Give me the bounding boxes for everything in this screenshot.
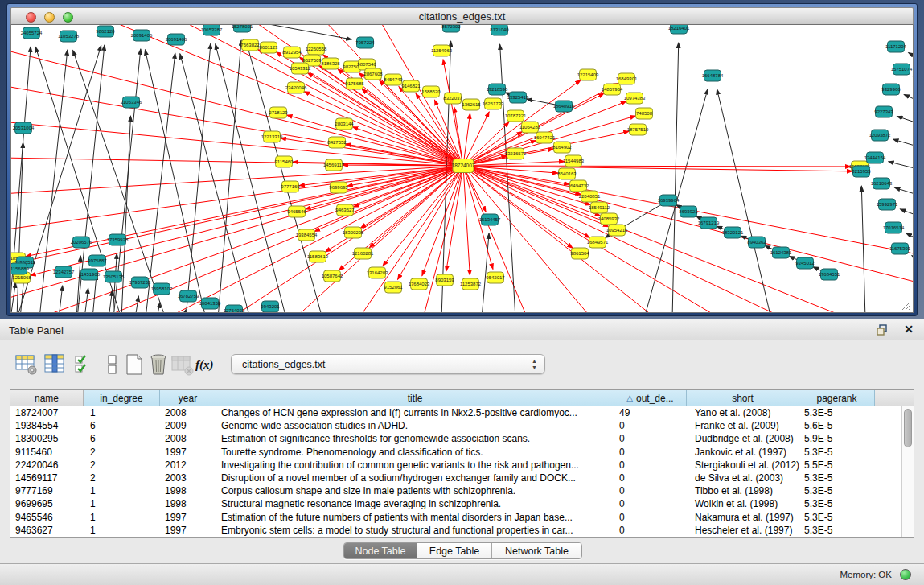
graph-node[interactable]: 9861504 (570, 248, 589, 259)
graph-node[interactable]: 15134457 (479, 214, 501, 225)
graph-node[interactable]: 8131040 (490, 25, 509, 35)
graph-node[interactable]: 16849301 (616, 73, 638, 84)
graph-node[interactable]: 2718129 (269, 107, 288, 118)
graph-node[interactable]: 9245012 (795, 257, 815, 269)
network-window-titlebar[interactable]: citations_edges.txt (10, 7, 914, 25)
graph-node[interactable]: 16791219 (698, 217, 720, 229)
graph-node[interactable]: 9329966 (881, 84, 901, 95)
table-row[interactable]: 969969511998Structural magnetic resonanc… (10, 497, 914, 510)
graph-node[interactable]: 9115460 (275, 156, 294, 167)
graph-node[interactable]: 12213319 (261, 131, 283, 142)
graph-node[interactable]: 16494732 (568, 180, 589, 192)
graph-node[interactable]: 11053278 (58, 31, 80, 42)
graph-node[interactable]: 18549112 (589, 202, 610, 213)
graph-node[interactable]: 12764023 (224, 305, 245, 313)
graph-node[interactable]: 14857964 (602, 84, 623, 95)
graph-node[interactable]: 9943201 (261, 301, 280, 312)
graph-node[interactable]: 10041350 (199, 298, 221, 309)
graph-node[interactable]: 13164203 (367, 267, 388, 278)
tab-edge-table[interactable]: Edge Table (417, 543, 492, 558)
graph-node[interactable]: 12342757 (53, 266, 75, 278)
graph-node[interactable]: 22040851 (579, 191, 601, 202)
column-header-year[interactable]: year (160, 390, 216, 406)
graph-node[interactable]: 12160281 (352, 248, 374, 259)
column-header-name[interactable]: name (10, 390, 84, 406)
graph-node[interactable]: 8903159 (435, 274, 454, 286)
graph-node[interactable]: 17684023 (409, 278, 430, 290)
graph-node[interactable]: 8572302 (441, 25, 461, 32)
graph-node[interactable]: 10653287 (201, 25, 223, 35)
graph-node[interactable]: 13325419 (507, 92, 529, 103)
graph-node[interactable]: 17016514 (883, 222, 905, 233)
graph-node[interactable]: 7663822 (240, 39, 260, 51)
graph-node[interactable]: 8912954 (282, 47, 302, 58)
graph-node[interactable]: 9862120 (96, 26, 115, 37)
graph-node[interactable]: 11253872 (460, 278, 482, 290)
graph-node[interactable]: 9699695 (329, 182, 348, 193)
graph-node[interactable]: 12093872 (869, 130, 891, 141)
graph-node[interactable]: 9146821 (401, 80, 421, 92)
graph-node[interactable]: 10543312 (290, 63, 311, 74)
graph-node[interactable]: 16047421 (534, 132, 556, 143)
graph-node[interactable]: 8427552 (327, 137, 347, 148)
column-header-in_degree[interactable]: in_degree (84, 390, 160, 406)
graph-node[interactable]: 1588520 (421, 86, 441, 97)
graph-node[interactable]: 11451906 (79, 269, 101, 280)
table-row[interactable]: 977716911998Corpus callosum shape and si… (10, 484, 914, 497)
graph-node[interactable]: 18724007 (452, 159, 475, 173)
tab-node-table[interactable]: Node Table (344, 543, 417, 558)
graph-node[interactable]: 18300295 (343, 227, 364, 238)
column-header-title[interactable]: title (216, 390, 614, 406)
new-column-icon[interactable] (122, 352, 146, 378)
graph-node[interactable]: 9175685 (345, 78, 364, 89)
delete-column-icon[interactable] (146, 352, 170, 378)
graph-node[interactable]: 10587642 (322, 270, 343, 282)
network-graph[interactable]: 1872400786011238912954122605589627509105… (11, 25, 914, 313)
graph-node[interactable]: 17684551 (819, 269, 840, 280)
scrollbar-thumb[interactable] (904, 409, 912, 447)
graph-node[interactable]: 16782759 (178, 290, 199, 302)
graph-node[interactable]: 13505135 (103, 271, 125, 282)
graph-node[interactable]: 8940362 (747, 237, 766, 248)
graph-node[interactable]: 20691406 (166, 34, 187, 45)
graph-node[interactable]: 17957253 (129, 277, 151, 288)
graph-node[interactable]: 12215409 (577, 69, 599, 80)
graph-node[interactable]: 14569117 (323, 159, 345, 171)
graph-node[interactable]: 18757510 (627, 124, 649, 135)
graph-node[interactable]: 11064283 (519, 122, 541, 133)
graph-node[interactable]: 1362615 (462, 99, 481, 110)
graph-node[interactable]: 9465546 (287, 206, 306, 217)
graph-node[interactable]: 19384554 (296, 229, 318, 241)
graph-node[interactable]: 16939964 (658, 195, 680, 206)
table-row[interactable]: 2242004622012Investigating the contribut… (10, 459, 914, 472)
tab-network-table[interactable]: Network Table (492, 543, 581, 558)
graph-node[interactable]: 2867608 (363, 68, 383, 80)
graph-node[interactable]: 8454749 (384, 74, 403, 85)
graph-node[interactable]: 10787321 (505, 110, 527, 122)
graph-node[interactable]: 20206576 (71, 237, 92, 248)
graph-node[interactable]: 16849571 (587, 237, 609, 248)
graph-node[interactable]: 8601123 (260, 42, 279, 53)
network-window[interactable]: citations_edges.txt 18724007860112389129… (6, 3, 918, 316)
graph-node[interactable]: 9975887 (88, 255, 107, 266)
graph-node[interactable]: 16958107 (151, 283, 173, 295)
delete-table-icon[interactable] (170, 352, 195, 378)
table-row[interactable]: 946362711997Embryonic stem cells: a mode… (10, 524, 914, 537)
table-row[interactable]: 946554611997Estimation of the future num… (10, 511, 914, 524)
graph-node[interactable]: 8322037 (443, 93, 462, 104)
graph-node[interactable]: 20891406 (131, 30, 153, 41)
graph-node[interactable]: 12260558 (306, 43, 327, 55)
vertical-scrollbar[interactable] (901, 406, 914, 537)
graph-node[interactable]: 9777169 (281, 181, 300, 192)
column-header-out_de[interactable]: △out_de... (614, 390, 687, 406)
graph-node[interactable]: 11171204 (885, 41, 906, 52)
table-select-dropdown[interactable]: citations_edges.txt ▲▼ (231, 354, 545, 374)
graph-node[interactable]: 24055724 (21, 27, 43, 39)
graph-node[interactable]: 15992971 (877, 199, 898, 210)
graph-node[interactable]: 7957224 (355, 37, 375, 48)
float-window-icon[interactable] (876, 323, 889, 336)
graph-node[interactable]: 11254963 (431, 45, 453, 56)
graph-node[interactable]: 20531004 (13, 122, 35, 134)
graph-node[interactable]: 16648784 (702, 70, 724, 81)
graph-node[interactable]: 13216572 (505, 148, 527, 159)
